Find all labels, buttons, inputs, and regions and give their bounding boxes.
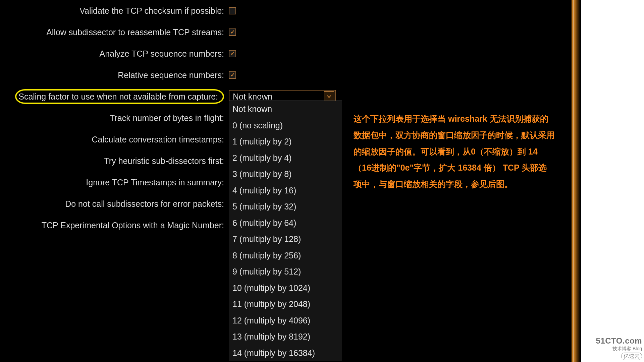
dropdown-item[interactable]: 2 (multiply by 4)	[229, 150, 342, 166]
setting-row-allow-reassemble: Allow subdissector to reassemble TCP str…	[0, 21, 343, 43]
annotation-text: 这个下拉列表用于选择当 wireshark 无法识别捕获的数据包中，双方协商的窗…	[354, 111, 555, 192]
highlight-annotation: Scaling factor to use when not available…	[15, 89, 224, 104]
setting-row-validate-checksum: Validate the TCP checksum if possible:	[0, 0, 343, 21]
dropdown-item[interactable]: 5 (multiply by 32)	[229, 198, 342, 215]
setting-control	[227, 71, 343, 79]
dropdown-item[interactable]: 13 (multiply by 8192)	[229, 328, 342, 345]
dropdown-item[interactable]: 9 (multiply by 512)	[229, 263, 342, 280]
dropdown-item[interactable]: 6 (multiply by 64)	[229, 215, 342, 231]
checkbox-allow-reassemble[interactable]	[229, 28, 236, 36]
setting-row-analyze-seq: Analyze TCP sequence numbers:	[0, 43, 343, 64]
setting-row-relative-seq: Relative sequence numbers:	[0, 64, 343, 86]
main-area: Validate the TCP checksum if possible: A…	[0, 0, 570, 362]
dropdown-item[interactable]: 12 (multiply by 4096)	[229, 312, 342, 329]
watermark-line3: 亿速云	[621, 353, 642, 360]
watermark-line1: 51CTO.com	[596, 336, 642, 346]
setting-label: Relative sequence numbers:	[0, 70, 227, 80]
dropdown-item[interactable]: 11 (multiply by 2048)	[229, 296, 342, 312]
dropdown-item[interactable]: 3 (multiply by 8)	[229, 166, 342, 182]
setting-label: Allow subdissector to reassemble TCP str…	[0, 27, 227, 37]
setting-control	[227, 50, 343, 57]
setting-label: Do not call subdissectors for error pack…	[0, 199, 227, 209]
setting-label: Scaling factor to use when not available…	[0, 92, 227, 102]
watermark: 51CTO.com 技术博客 Blog 亿速云	[596, 336, 642, 360]
setting-control	[227, 7, 343, 14]
setting-label: Ignore TCP Timestamps in summary:	[0, 178, 227, 187]
dropdown-item[interactable]: 1 (multiply by 2)	[229, 133, 342, 150]
watermark-line2: 技术博客 Blog	[596, 346, 642, 352]
setting-label: Validate the TCP checksum if possible:	[0, 6, 227, 16]
checkbox-validate-checksum[interactable]	[229, 7, 236, 14]
dropdown-item[interactable]: 10 (multiply by 1024)	[229, 280, 342, 296]
setting-control	[227, 28, 343, 36]
checkbox-relative-seq[interactable]	[229, 71, 236, 79]
scaling-dropdown[interactable]: Not known 0 (no scaling) 1 (multiply by …	[229, 101, 342, 361]
right-gradient	[574, 0, 581, 362]
setting-label: Calculate conversation timestamps:	[0, 135, 227, 144]
right-side-strip: 51CTO.com 技术博客 Blog 亿速云	[572, 0, 644, 362]
setting-label: Track number of bytes in flight:	[0, 113, 227, 123]
dropdown-item[interactable]: 14 (multiply by 16384)	[229, 345, 342, 361]
dropdown-item[interactable]: 7 (multiply by 128)	[229, 231, 342, 247]
checkbox-analyze-seq[interactable]	[229, 50, 236, 57]
setting-label: Analyze TCP sequence numbers:	[0, 49, 227, 59]
setting-label: TCP Experimental Options with a Magic Nu…	[0, 221, 227, 230]
dropdown-item[interactable]: 4 (multiply by 16)	[229, 182, 342, 199]
dropdown-item[interactable]: Not known	[229, 101, 342, 117]
dropdown-item[interactable]: 0 (no scaling)	[229, 117, 342, 134]
dropdown-item[interactable]: 8 (multiply by 256)	[229, 247, 342, 264]
setting-label: Try heuristic sub-dissectors first:	[0, 156, 227, 166]
scaling-select-value: Not known	[229, 92, 272, 102]
